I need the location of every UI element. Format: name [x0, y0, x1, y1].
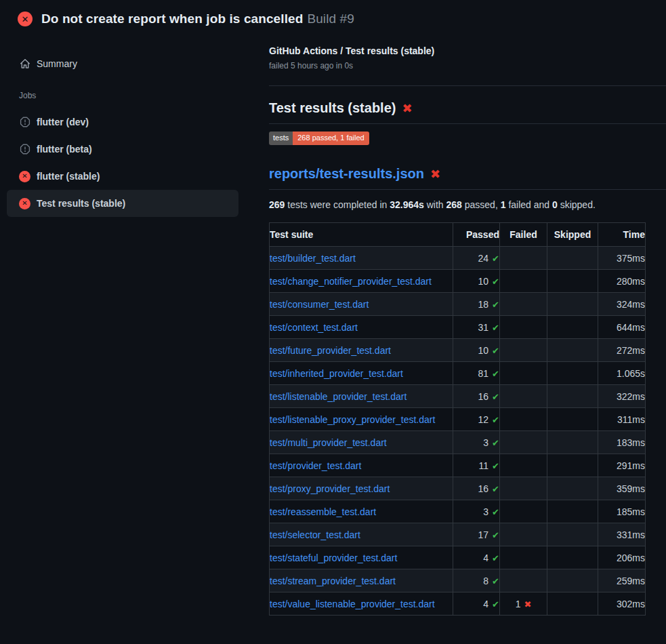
stop-icon: [19, 144, 30, 155]
passed-cell: 10✔: [453, 339, 500, 362]
table-row: test/reassemble_test.dart 3✔ 185ms: [270, 500, 646, 523]
stop-icon: [19, 117, 30, 128]
skipped-cell: [547, 362, 598, 385]
build-number: Build #9: [307, 12, 354, 26]
test-suite-link[interactable]: test/consumer_test.dart: [270, 299, 369, 310]
test-suite-link[interactable]: test/proxy_provider_test.dart: [270, 483, 390, 494]
cross-mark-icon: ✖: [430, 167, 440, 181]
table-row: test/proxy_provider_test.dart 16✔ 359ms: [270, 477, 646, 500]
failed-cell: [500, 408, 547, 431]
test-suite-link[interactable]: test/reassemble_test.dart: [270, 506, 376, 517]
time-cell: 272ms: [598, 339, 646, 362]
table-row: test/listenable_proxy_provider_test.dart…: [270, 408, 646, 431]
test-suite-link[interactable]: test/change_notifier_provider_test.dart: [270, 276, 432, 287]
sidebar-job-0[interactable]: flutter (dev): [7, 108, 238, 136]
test-suite-link[interactable]: test/builder_test.dart: [270, 253, 356, 264]
skipped-cell: [547, 569, 598, 592]
test-suite-link[interactable]: test/listenable_proxy_provider_test.dart: [270, 414, 435, 425]
skipped-cell: [547, 431, 598, 454]
failed-cell: [500, 431, 547, 454]
failed-cell: [500, 385, 547, 408]
col-header-passed: Passed: [453, 223, 500, 247]
test-suite-link[interactable]: test/value_listenable_provider_test.dart: [270, 599, 435, 609]
test-suite-link[interactable]: test/future_provider_test.dart: [270, 345, 391, 356]
sidebar-job-label: flutter (dev): [37, 117, 89, 127]
time-cell: 291ms: [598, 454, 646, 477]
test-suite-link[interactable]: test/listenable_provider_test.dart: [270, 391, 407, 402]
run-title: Do not create report when job is cancell…: [41, 12, 303, 26]
passed-cell: 18✔: [453, 293, 500, 316]
report-file-link[interactable]: reports/test-results.json: [269, 166, 424, 181]
time-cell: 206ms: [598, 546, 646, 569]
table-row: test/provider_test.dart 11✔ 291ms: [270, 454, 646, 477]
passed-cell: 4✔: [453, 592, 500, 616]
table-row: test/consumer_test.dart 18✔ 324ms: [270, 293, 646, 316]
failed-cell: [500, 362, 547, 385]
failed-cell: [500, 477, 547, 500]
check-icon: ✔: [492, 438, 499, 448]
page-title: Do not create report when job is cancell…: [41, 12, 354, 26]
check-icon: ✔: [492, 254, 499, 264]
sidebar-job-1[interactable]: flutter (beta): [7, 136, 238, 163]
passed-cell: 4✔: [453, 546, 500, 569]
failed-cell: [500, 293, 547, 316]
cross-icon: ✖: [524, 599, 531, 609]
sidebar-job-3[interactable]: ✕ Test results (stable): [7, 190, 238, 217]
run-header: ✕ Do not create report when job is cance…: [0, 0, 666, 38]
passed-cell: 3✔: [453, 431, 500, 454]
time-cell: 259ms: [598, 569, 646, 592]
check-icon: ✔: [492, 369, 499, 379]
passed-cell: 17✔: [453, 523, 500, 546]
table-row: test/future_provider_test.dart 10✔ 272ms: [270, 339, 646, 362]
sidebar-job-label: Test results (stable): [37, 198, 125, 209]
sidebar-job-label: flutter (beta): [37, 144, 92, 155]
passed-cell: 11✔: [453, 454, 500, 477]
sidebar-job-label: flutter (stable): [37, 171, 100, 182]
test-suite-link[interactable]: test/inherited_provider_test.dart: [270, 368, 403, 379]
test-results-table: Test suite Passed Failed Skipped Time te…: [269, 222, 646, 616]
report-title: reports/test-results.json✖: [269, 166, 666, 190]
x-circle-icon: ✕: [18, 12, 33, 26]
time-cell: 311ms: [598, 408, 646, 431]
check-icon: ✔: [492, 507, 499, 517]
passed-cell: 10✔: [453, 270, 500, 293]
time-cell: 375ms: [598, 247, 646, 270]
table-row: test/context_test.dart 31✔ 644ms: [270, 316, 646, 339]
skipped-cell: [547, 592, 598, 616]
failed-cell: [500, 546, 547, 569]
test-suite-link[interactable]: test/stateful_provider_test.dart: [270, 552, 397, 563]
sidebar-job-2[interactable]: ✕ flutter (stable): [7, 163, 238, 190]
check-icon: ✔: [492, 530, 499, 540]
failed-cell: [500, 523, 547, 546]
time-cell: 183ms: [598, 431, 646, 454]
skipped-cell: [547, 454, 598, 477]
time-cell: 1.065s: [598, 362, 646, 385]
x-circle-icon: ✕: [19, 198, 30, 209]
test-suite-link[interactable]: test/provider_test.dart: [270, 460, 361, 471]
check-icon: ✔: [492, 323, 499, 333]
failed-cell: [500, 316, 547, 339]
x-circle-icon: ✕: [19, 171, 30, 182]
time-cell: 322ms: [598, 385, 646, 408]
passed-cell: 16✔: [453, 477, 500, 500]
time-cell: 185ms: [598, 500, 646, 523]
test-suite-link[interactable]: test/multi_provider_test.dart: [270, 437, 387, 448]
time-cell: 359ms: [598, 477, 646, 500]
cross-mark-icon: ✖: [402, 101, 412, 115]
time-cell: 302ms: [598, 592, 646, 616]
badge-label: tests: [269, 132, 293, 145]
table-row: test/change_notifier_provider_test.dart …: [270, 270, 646, 293]
failed-cell: [500, 339, 547, 362]
test-suite-link[interactable]: test/selector_test.dart: [270, 529, 360, 540]
failed-cell: 1✖: [500, 592, 547, 616]
skipped-cell: [547, 316, 598, 339]
skipped-cell: [547, 339, 598, 362]
test-suite-link[interactable]: test/stream_provider_test.dart: [270, 576, 396, 586]
failed-cell: [500, 247, 547, 270]
failed-cell: [500, 454, 547, 477]
test-suite-link[interactable]: test/context_test.dart: [270, 322, 358, 333]
sidebar-item-summary[interactable]: Summary: [7, 52, 238, 76]
badge-value: 268 passed, 1 failed: [293, 132, 369, 145]
skipped-cell: [547, 270, 598, 293]
jobs-section-label: Jobs: [19, 91, 245, 100]
